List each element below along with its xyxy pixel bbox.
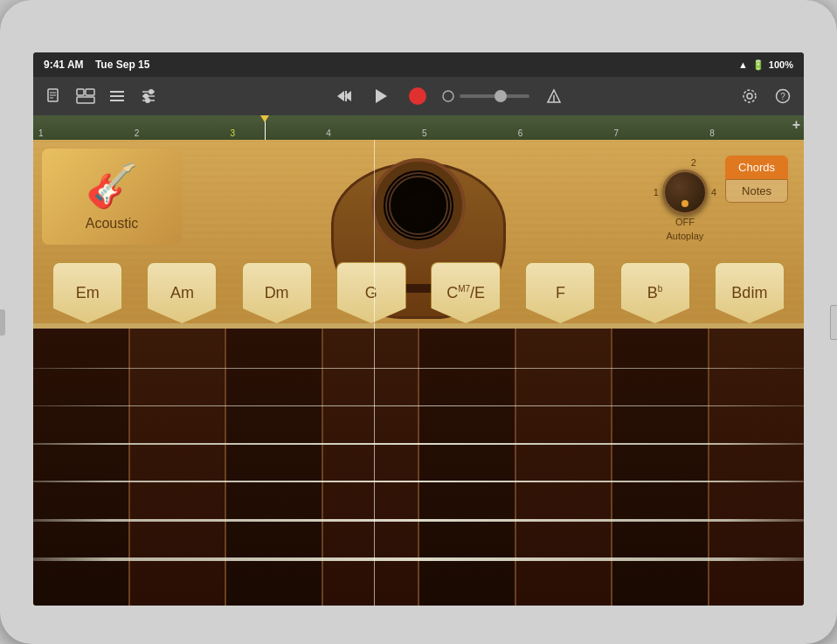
toolbar-right: ? — [737, 84, 795, 108]
string-2 — [33, 405, 804, 407]
svg-point-24 — [744, 90, 756, 102]
playhead-arrow — [260, 115, 269, 122]
chord-label-bb: Bb — [647, 284, 663, 302]
autoplay-knob[interactable] — [662, 170, 708, 215]
wifi-icon: ▲ — [738, 59, 748, 70]
add-track-button[interactable]: + — [792, 117, 800, 133]
chord-key-g-top: G — [336, 262, 406, 323]
notes-button[interactable]: Notes — [725, 179, 788, 203]
volume-slider[interactable] — [460, 94, 529, 98]
ruler-mark-5: 5 — [418, 128, 515, 138]
chord-label-g: G — [365, 284, 377, 302]
autoplay-off: OFF — [675, 217, 695, 227]
ruler-mark-2: 2 — [131, 128, 227, 138]
autoplay-pos-2: 2 — [691, 157, 696, 168]
ruler-mark-6: 6 — [515, 128, 611, 138]
chord-key-f[interactable]: F — [525, 262, 595, 323]
volume-icon — [442, 90, 454, 102]
toolbar: ? — [33, 77, 804, 115]
svg-point-15 — [145, 98, 150, 103]
ruler-mark-4: 4 — [322, 128, 418, 138]
record-button[interactable] — [405, 84, 430, 108]
string-4 — [33, 481, 804, 483]
play-button[interactable] — [369, 84, 393, 108]
volume-button[interactable] — [0, 309, 5, 336]
autoplay-pos-4: 4 — [711, 187, 716, 197]
help-button[interactable]: ? — [771, 84, 795, 108]
string-3 — [33, 443, 804, 445]
chord-label-am: Am — [170, 284, 194, 302]
timeline[interactable]: 1 2 3 4 5 6 7 8 + — [33, 115, 804, 140]
autoplay-section: 2 1 4 OFF Autoplay — [654, 157, 716, 241]
volume-slider-group — [442, 90, 529, 102]
guitar-nut — [33, 323, 804, 329]
chord-label-dm: Dm — [265, 284, 289, 302]
autoplay-label: Autoplay — [666, 231, 703, 241]
chord-key-cm7e-top: CM7/E — [431, 262, 501, 323]
track-label[interactable]: 🎸 Acoustic — [42, 149, 182, 245]
toolbar-left — [42, 84, 161, 108]
ruler: 1 2 3 4 5 6 7 8 — [33, 128, 804, 138]
chord-label-bdim: Bdim — [731, 284, 767, 302]
chord-key-g[interactable]: G — [336, 262, 406, 323]
record-indicator — [409, 87, 426, 105]
rewind-button[interactable] — [332, 84, 356, 108]
volume-thumb — [495, 90, 507, 102]
chord-label-em: Em — [76, 284, 100, 302]
chord-key-am-top: Am — [147, 262, 217, 323]
metronome-button[interactable] — [542, 84, 566, 108]
chord-notes-toggle: Chords Notes — [725, 156, 788, 203]
chord-key-bb-top: Bb — [620, 262, 690, 323]
mixer-button[interactable] — [136, 84, 161, 108]
chord-key-bdim[interactable]: Bdim — [715, 262, 785, 323]
settings-button[interactable] — [737, 84, 762, 108]
svg-marker-19 — [376, 89, 387, 103]
chord-key-bb[interactable]: Bb — [620, 262, 690, 323]
strings — [33, 323, 804, 606]
fretboard[interactable] — [33, 323, 804, 606]
string-1 — [33, 368, 804, 369]
string-5 — [33, 519, 804, 522]
svg-point-23 — [747, 93, 752, 99]
chord-key-cm7e[interactable]: CM7/E — [431, 262, 501, 323]
status-bar: 9:41 AM Tue Sep 15 ▲ 🔋 100% — [33, 52, 804, 77]
chord-key-am[interactable]: Am — [147, 262, 217, 323]
battery-level: 100% — [769, 59, 793, 70]
string-6 — [33, 557, 804, 561]
ruler-mark-1: 1 — [35, 128, 131, 138]
svg-point-13 — [149, 89, 154, 94]
chord-key-f-top: F — [525, 262, 595, 323]
chord-key-dm[interactable]: Dm — [242, 262, 312, 323]
guitar-icon: 🎸 — [86, 162, 138, 211]
svg-text:?: ? — [780, 92, 785, 101]
chord-key-em-top: Em — [52, 262, 122, 323]
ruler-mark-7: 7 — [611, 128, 707, 138]
home-button[interactable] — [830, 305, 837, 340]
ipad-frame: 9:41 AM Tue Sep 15 ▲ 🔋 100% — [0, 0, 837, 644]
ruler-mark-8: 8 — [706, 128, 802, 138]
svg-rect-4 — [77, 89, 84, 95]
battery-icon: 🔋 — [752, 59, 764, 71]
chord-label-f: F — [556, 284, 565, 302]
autoplay-pos-1: 1 — [654, 187, 659, 197]
chord-label-cm7e: CM7/E — [446, 284, 485, 302]
status-indicators: ▲ 🔋 100% — [738, 59, 793, 71]
instrument-view: 🎸 Acoustic 2 — [33, 140, 804, 606]
playhead-marker — [265, 115, 266, 140]
tracks-button[interactable] — [105, 84, 129, 108]
chord-key-em[interactable]: Em — [52, 262, 122, 323]
chords-button[interactable]: Chords — [725, 156, 788, 179]
ruler-mark-3: 3 — [227, 128, 323, 138]
toolbar-center — [332, 84, 566, 108]
new-song-button[interactable] — [42, 84, 66, 108]
playhead-line — [374, 140, 375, 606]
view-toggle-button[interactable] — [73, 84, 98, 108]
knob-indicator — [681, 200, 688, 207]
chord-key-dm-top: Dm — [242, 262, 312, 323]
guitar-sound-hole — [375, 162, 462, 249]
ipad-screen: 9:41 AM Tue Sep 15 ▲ 🔋 100% — [33, 52, 804, 606]
chord-key-bdim-top: Bdim — [715, 262, 785, 323]
svg-marker-16 — [337, 91, 344, 101]
chord-keys-row: Em Am Dm G — [33, 262, 804, 323]
svg-rect-6 — [77, 97, 94, 103]
